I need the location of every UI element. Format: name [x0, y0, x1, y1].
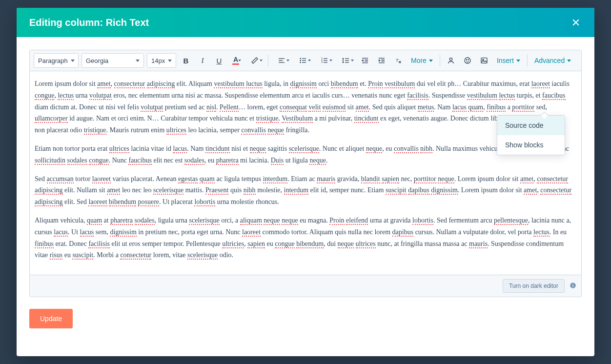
svg-text:T: T — [396, 58, 399, 63]
paragraph: Sed accumsan tortor laoreet varius place… — [35, 173, 576, 208]
editor-content[interactable]: Lorem ipsum dolor sit amet, consectetur … — [30, 71, 581, 275]
divider — [268, 55, 268, 66]
editor-footer: Turn on dark editor — [30, 275, 581, 297]
svg-point-40 — [572, 283, 573, 284]
svg-point-9 — [300, 62, 301, 62]
svg-rect-39 — [572, 284, 573, 286]
divider — [527, 55, 528, 66]
block-format-select[interactable]: Paragraph — [34, 53, 79, 68]
more-label: More — [411, 57, 427, 64]
chevron-down-icon — [71, 60, 75, 62]
italic-button[interactable]: I — [196, 54, 209, 67]
highlight-button[interactable] — [245, 54, 264, 67]
chevron-down-icon — [168, 60, 172, 62]
line-height-button[interactable] — [337, 54, 355, 67]
font-color-button[interactable]: A — [229, 54, 243, 67]
advanced-menu[interactable]: Advanced — [531, 55, 574, 66]
svg-point-33 — [465, 58, 470, 63]
clear-format-button[interactable]: T — [391, 54, 405, 67]
modal-body: Paragraph Georgia 14px B I U A — [17, 37, 594, 356]
person-icon — [447, 57, 455, 64]
svg-rect-36 — [481, 58, 487, 63]
chevron-down-icon — [238, 60, 241, 61]
dropdown-item-show-blocks[interactable]: Show blocks — [497, 135, 565, 155]
outdent-button[interactable] — [358, 54, 372, 67]
advanced-label: Advanced — [534, 57, 565, 64]
chevron-down-icon — [351, 60, 354, 61]
dropdown-item-source-code[interactable]: Source code — [497, 116, 565, 135]
list-bullet-icon — [299, 57, 307, 64]
bullet-list-button[interactable] — [294, 54, 312, 67]
svg-point-7 — [300, 60, 301, 61]
advanced-dropdown: Source code Show blocks — [497, 115, 565, 155]
more-menu[interactable]: More — [408, 55, 436, 66]
chevron-down-icon — [429, 60, 433, 62]
svg-point-34 — [466, 60, 467, 60]
highlighter-icon — [251, 57, 259, 64]
font-family-select[interactable]: Georgia — [81, 53, 144, 68]
modal-header: Editing column: Rich Text — [17, 8, 594, 37]
svg-point-35 — [468, 60, 468, 60]
indent-button[interactable] — [375, 54, 388, 67]
color-bar — [232, 63, 239, 65]
svg-point-32 — [449, 58, 452, 61]
image-button[interactable] — [477, 54, 491, 67]
bold-button[interactable]: B — [179, 54, 193, 67]
numbered-list-button[interactable]: 123 — [315, 54, 334, 67]
svg-text:3: 3 — [321, 61, 323, 63]
underline-button[interactable]: U — [212, 54, 226, 67]
paragraph: Etiam non tortor porta erat ultrices lac… — [35, 143, 576, 166]
dark-editor-button[interactable]: Turn on dark editor — [503, 279, 565, 293]
align-left-icon — [278, 57, 285, 64]
outdent-icon — [361, 57, 369, 64]
image-icon — [480, 57, 488, 64]
smile-icon — [464, 57, 471, 64]
personalize-button[interactable] — [444, 54, 458, 67]
paragraph: Lorem ipsum dolor sit amet, consectetur … — [35, 78, 576, 136]
font-size-select[interactable]: 14px — [147, 53, 176, 68]
chevron-down-icon — [516, 60, 520, 62]
chevron-down-icon — [329, 60, 332, 61]
divider — [440, 55, 440, 66]
font-family-value: Georgia — [86, 57, 108, 64]
chevron-down-icon — [136, 60, 140, 62]
update-button[interactable]: Update — [29, 309, 73, 328]
editor: Paragraph Georgia 14px B I U A — [29, 50, 582, 297]
font-size-value: 14px — [151, 57, 165, 64]
close-icon[interactable] — [570, 17, 582, 28]
toolbar: Paragraph Georgia 14px B I U A — [30, 50, 581, 71]
insert-menu[interactable]: Insert — [494, 55, 523, 66]
indent-icon — [378, 57, 386, 64]
chevron-down-icon — [286, 60, 289, 61]
letter-a-icon: A — [233, 56, 238, 63]
block-format-value: Paragraph — [38, 57, 68, 64]
line-height-icon — [342, 57, 350, 64]
chevron-down-icon — [308, 60, 311, 61]
chevron-down-icon — [567, 60, 571, 62]
paragraph: Aliquam vehicula, quam at pharetra sodal… — [35, 215, 576, 261]
clear-format-icon: T — [394, 57, 402, 64]
emoji-button[interactable] — [461, 54, 474, 67]
insert-label: Insert — [497, 57, 514, 64]
list-number-icon: 123 — [321, 57, 328, 64]
modal: Editing column: Rich Text Paragraph Geor… — [17, 8, 594, 356]
modal-title: Editing column: Rich Text — [29, 17, 149, 28]
chevron-down-icon — [260, 60, 263, 61]
svg-point-5 — [300, 58, 301, 59]
align-button[interactable] — [272, 54, 291, 67]
info-icon[interactable] — [570, 282, 576, 290]
